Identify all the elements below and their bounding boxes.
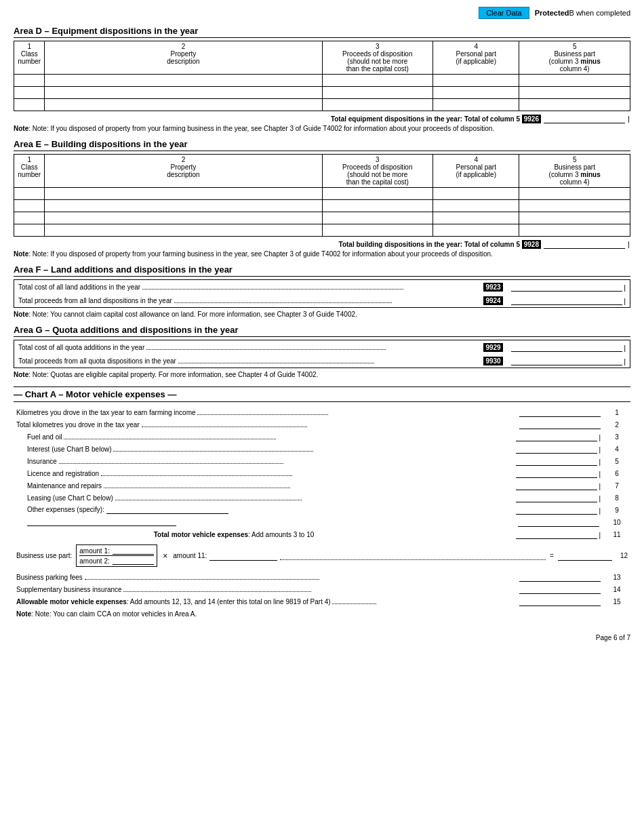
area-d-total-label: Total equipment dispositions in the year… [331, 115, 520, 123]
area-e-row2-personal[interactable] [433, 200, 519, 212]
area-d-row1-personal[interactable] [433, 75, 519, 87]
chart-a-row9-num: 9 [603, 504, 630, 516]
area-f-row1-code: 9923 [458, 280, 507, 294]
area-d-row3-personal[interactable] [433, 99, 519, 111]
table-row [14, 75, 630, 87]
table-row [14, 188, 630, 200]
area-e-table: 1Classnumber 2Propertydescription 3Proce… [14, 154, 630, 237]
chart-a-row2-input[interactable] [454, 418, 603, 431]
area-g-row1-value[interactable]: | [507, 340, 630, 355]
area-e-total-pipe: | [628, 240, 630, 248]
area-d-col2-header: 2Propertydescription [45, 41, 322, 75]
area-e-row1-class[interactable] [14, 188, 45, 200]
row12-result[interactable] [558, 551, 612, 561]
dotted-line [280, 552, 546, 560]
area-g-row1: Total cost of all quota additions in the… [14, 340, 630, 355]
area-e-row4-class[interactable] [14, 224, 45, 237]
chart-a-row9-input[interactable]: | [454, 504, 603, 516]
area-g-heading: Area G – Quota additions and disposition… [14, 325, 630, 337]
area-e-row1-personal[interactable] [433, 188, 519, 200]
area-d-row3-business[interactable] [519, 99, 630, 111]
table-row [14, 212, 630, 224]
area-e-row3-proceeds[interactable] [322, 212, 433, 224]
chart-a-row1-input[interactable] [454, 406, 603, 418]
chart-a-row3-label: Fuel and oil [14, 431, 454, 443]
chart-a-row7-input[interactable]: | [454, 479, 603, 492]
chart-a-row13-num: 13 [603, 571, 630, 583]
area-f-row2: Total proceeds from all land disposition… [14, 294, 630, 308]
area-e-row1-proceeds[interactable] [322, 188, 433, 200]
area-e-row2-class[interactable] [14, 200, 45, 212]
area-d-row3-desc[interactable] [45, 99, 322, 111]
area-d-row1-class[interactable] [14, 75, 45, 87]
area-d-row1-business[interactable] [519, 75, 630, 87]
amount11-input[interactable] [209, 551, 277, 561]
area-e-row3-business[interactable] [519, 212, 630, 224]
area-e-row1-desc[interactable] [45, 188, 322, 200]
area-d-row3-proceeds[interactable] [322, 99, 433, 111]
area-f-row2-value[interactable]: | [507, 294, 630, 308]
chart-a-row-3: Fuel and oil | 3 [14, 431, 630, 443]
area-e-row4-business[interactable] [519, 224, 630, 237]
area-g-note: Note: Note: Quotas are eligible capital … [14, 371, 630, 378]
chart-a-row7-num: 7 [603, 479, 630, 492]
amount2-input[interactable] [113, 557, 155, 565]
business-use-part-label: Business use part: [16, 552, 72, 559]
area-e-row1-business[interactable] [519, 188, 630, 200]
chart-a-row10-num: 10 [603, 516, 630, 528]
area-f-row2-code: 9924 [458, 294, 507, 308]
area-f-row1: Total cost of all land additions in the … [14, 280, 630, 294]
area-e-row2-proceeds[interactable] [322, 200, 433, 212]
clear-data-button[interactable]: Clear Data [479, 7, 529, 19]
area-d-row2-proceeds[interactable] [322, 87, 433, 99]
area-d-row1-proceeds[interactable] [322, 75, 433, 87]
chart-a-row5-input[interactable]: | [454, 455, 603, 467]
chart-a-row9-label: Other expenses (specify): [14, 504, 454, 516]
chart-a-row14-input[interactable] [454, 583, 603, 595]
area-e-row3-desc[interactable] [45, 212, 322, 224]
chart-a-row14-label: Supplementary business insurance [14, 583, 454, 595]
chart-a-row13-label: Business parking fees [14, 571, 454, 583]
chart-a-row-6: Licence and registration | 6 [14, 467, 630, 479]
area-e-row3-class[interactable] [14, 212, 45, 224]
area-g-row2-value[interactable]: | [507, 354, 630, 368]
area-e-row4-personal[interactable] [433, 224, 519, 237]
area-e-col4-header: 4Personal part(if applicable) [433, 155, 519, 188]
area-d-row1-desc[interactable] [45, 75, 322, 87]
area-e-total-label: Total building dispositions in the year:… [339, 241, 520, 248]
area-d-total-value[interactable] [544, 114, 625, 123]
chart-a-row4-input[interactable]: | [454, 443, 603, 455]
page-number: Page 6 of 7 [596, 634, 630, 641]
area-d-row2-personal[interactable] [433, 87, 519, 99]
amount1-input[interactable] [113, 547, 155, 555]
chart-a-row11-input[interactable]: | [454, 528, 603, 540]
area-f-note: Note: Note: You cannot claim capital cos… [14, 311, 630, 318]
chart-a-row13-input[interactable] [454, 571, 603, 583]
fraction-box: amount 1: amount 2: [76, 544, 157, 567]
chart-a-row6-input[interactable]: | [454, 467, 603, 479]
area-d-row2-desc[interactable] [45, 87, 322, 99]
chart-a-row10-input[interactable] [454, 516, 603, 528]
chart-a-row8-input[interactable]: | [454, 492, 603, 504]
area-e-row4-proceeds[interactable] [322, 224, 433, 237]
chart-a-row15-input[interactable] [454, 595, 603, 608]
equals-symbol: = [550, 552, 554, 559]
area-e-total-row: Total building dispositions in the year:… [14, 239, 630, 249]
area-d-row2-business[interactable] [519, 87, 630, 99]
area-e-row3-personal[interactable] [433, 212, 519, 224]
area-e-row2-desc[interactable] [45, 200, 322, 212]
area-e-row4-desc[interactable] [45, 224, 322, 237]
chart-a-row3-input[interactable]: | [454, 431, 603, 443]
area-e-total-code: 9928 [522, 240, 541, 249]
page-footer: Page 6 of 7 [14, 634, 630, 641]
area-e-row2-business[interactable] [519, 200, 630, 212]
chart-a-row-12: Business use part: amount 1: amount 2: × [14, 540, 630, 571]
area-g-row1-label: Total cost of all quota additions in the… [14, 340, 458, 355]
chart-a-row12-cell: Business use part: amount 1: amount 2: × [14, 540, 630, 571]
area-f-row1-value[interactable]: | [507, 280, 630, 294]
area-e-note: Note: Note: If you disposed of property … [14, 250, 630, 258]
area-d-col1-header: 1Classnumber [14, 41, 45, 75]
area-d-row3-class[interactable] [14, 99, 45, 111]
area-e-total-value[interactable] [544, 239, 625, 249]
area-d-row2-class[interactable] [14, 87, 45, 99]
